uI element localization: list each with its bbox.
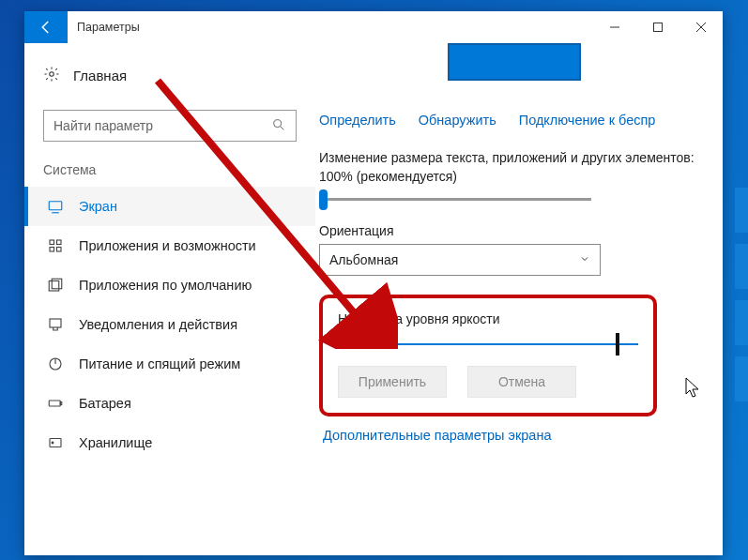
svg-rect-15 (50, 319, 61, 327)
svg-rect-12 (57, 248, 62, 252)
svg-point-21 (52, 442, 53, 444)
advanced-display-link[interactable]: Дополнительные параметры экрана (323, 428, 710, 443)
brightness-slider[interactable] (338, 343, 638, 345)
display-icon (47, 198, 64, 215)
wireless-link[interactable]: Подключение к беспр (519, 113, 656, 128)
home-link[interactable]: Главная (24, 56, 315, 95)
notifications-icon (47, 316, 64, 333)
detect-link[interactable]: Обнаружить (419, 113, 496, 128)
slider-thumb[interactable] (319, 189, 328, 210)
sidebar: Главная Найти параметр Система Экран (24, 43, 315, 555)
svg-rect-9 (50, 240, 54, 245)
back-button[interactable] (24, 11, 68, 43)
sidebar-item-label: Хранилище (79, 435, 152, 450)
apply-button[interactable]: Применить (338, 366, 447, 398)
maximize-button[interactable] (636, 11, 679, 43)
slider-thumb[interactable] (616, 333, 619, 356)
identify-link[interactable]: Определить (319, 113, 396, 128)
cancel-button[interactable]: Отмена (467, 366, 576, 398)
svg-point-4 (50, 72, 54, 77)
sidebar-item-display[interactable]: Экран (24, 187, 315, 226)
titlebar: Параметры (24, 11, 723, 43)
sidebar-item-power[interactable]: Питание и спящий режим (24, 344, 315, 384)
svg-rect-7 (49, 202, 62, 210)
sidebar-item-label: Питание и спящий режим (79, 356, 240, 371)
sidebar-item-notifications[interactable]: Уведомления и действия (24, 305, 315, 344)
svg-rect-11 (50, 248, 54, 252)
sidebar-item-label: Батарея (79, 396, 131, 411)
svg-rect-13 (49, 281, 59, 292)
svg-rect-1 (654, 23, 663, 32)
monitor-selected[interactable] (448, 43, 581, 81)
main-content: Определить Обнаружить Подключение к бесп… (315, 43, 723, 555)
svg-rect-14 (52, 279, 62, 289)
sidebar-item-battery[interactable]: Батарея (24, 384, 315, 423)
orientation-dropdown[interactable]: Альбомная (319, 244, 601, 276)
sidebar-item-label: Приложения по умолчанию (79, 278, 252, 293)
scale-slider[interactable] (319, 198, 591, 201)
window-title: Параметры (68, 11, 149, 43)
orientation-label: Ориентация (319, 223, 710, 238)
sidebar-item-apps[interactable]: Приложения и возможности (24, 226, 315, 265)
power-icon (47, 356, 64, 372)
sidebar-item-label: Приложения и возможности (79, 238, 256, 253)
battery-icon (47, 395, 64, 412)
settings-window: Параметры Главная Найт (24, 11, 723, 555)
close-button[interactable] (679, 11, 723, 43)
default-apps-icon (47, 277, 64, 294)
svg-rect-19 (60, 402, 62, 405)
sidebar-item-label: Уведомления и действия (79, 317, 237, 332)
home-label: Главная (73, 68, 127, 83)
minimize-button[interactable] (593, 11, 636, 43)
svg-point-5 (274, 119, 282, 127)
monitor-arrangement[interactable] (319, 43, 710, 96)
gear-icon (43, 66, 60, 85)
brightness-label: Настройка уровня яркости (338, 311, 638, 326)
storage-icon (47, 434, 64, 451)
search-placeholder: Найти параметр (53, 118, 153, 133)
sidebar-item-storage[interactable]: Хранилище (24, 423, 315, 462)
brightness-highlight: Настройка уровня яркости Применить Отмен… (319, 295, 657, 416)
svg-line-6 (281, 126, 284, 129)
cursor-icon (685, 377, 702, 400)
search-input[interactable]: Найти параметр (43, 110, 297, 142)
apps-icon (47, 237, 64, 254)
svg-rect-18 (49, 401, 60, 406)
orientation-value: Альбомная (329, 252, 398, 267)
scale-text: Изменение размера текста, приложений и д… (319, 148, 710, 187)
svg-rect-10 (57, 240, 62, 245)
sidebar-item-label: Экран (79, 199, 117, 214)
section-title: Система (24, 159, 315, 187)
sidebar-item-default-apps[interactable]: Приложения по умолчанию (24, 265, 315, 305)
chevron-down-icon (579, 252, 590, 267)
search-icon (271, 117, 286, 135)
